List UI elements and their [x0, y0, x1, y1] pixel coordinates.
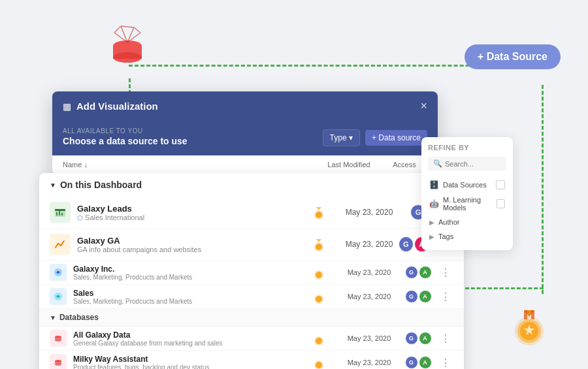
svg-point-36 — [316, 362, 322, 368]
modal-close-button[interactable]: × — [420, 99, 427, 113]
refine-search-input[interactable] — [445, 160, 501, 168]
list-item[interactable]: Galaxy Inc. Sales, Marketing, Prodcucts … — [39, 261, 464, 285]
item-info-milky-way: Milky Way Assistant Product features, bu… — [73, 355, 298, 370]
bar-chart-icon: ▦ — [63, 101, 71, 112]
more-options-button[interactable]: ⋮ — [438, 291, 453, 303]
list-item[interactable]: Sales Sales, Marketing, Prodcucts and Ma… — [39, 285, 464, 309]
refine-search-box[interactable]: 🔍 — [428, 157, 506, 170]
list-item[interactable]: Galaxy Leads ⬡ Sales International May 2… — [39, 197, 464, 229]
svg-rect-42 — [524, 310, 527, 319]
item-icon-galaxy-leads — [50, 202, 71, 223]
medal-icon — [311, 289, 327, 304]
modal-header-left: ▦ Add Visualization — [63, 101, 158, 112]
chevron-down-icon: ▼ — [50, 182, 56, 189]
svg-point-23 — [316, 272, 322, 278]
chevron-down-icon: ▼ — [50, 314, 56, 321]
refine-title: REFINE BY — [428, 144, 506, 152]
item-sub: General Galaxy database from marketing a… — [73, 340, 298, 347]
more-options-button[interactable]: ⋮ — [438, 332, 453, 345]
ml-icon: 🤖 — [429, 199, 439, 208]
svg-point-16 — [316, 212, 322, 218]
search-icon: 🔍 — [433, 159, 442, 168]
svg-point-31 — [316, 338, 322, 344]
item-sub: GA info about campaigns and websites — [77, 246, 298, 253]
item-sub: ⬡ Sales International — [77, 214, 298, 221]
item-name: Galaxy GA — [77, 236, 298, 246]
item-info-galaxy-ga: Galaxy GA GA info about campaigns and we… — [77, 236, 298, 253]
item-avatar-group: G A — [399, 356, 438, 369]
item-name: Galaxy Inc. — [73, 265, 298, 274]
item-name: All Galaxy Data — [73, 330, 298, 340]
dashed-line-v2 — [542, 85, 544, 294]
item-avatar-group: G A — [399, 266, 438, 279]
refine-item-left: 🤖 M. Learning Models — [429, 196, 497, 212]
modal-title: Add Visualization — [76, 101, 158, 112]
refine-item-author[interactable]: ▶ Author — [428, 215, 506, 229]
item-info-galaxy-inc: Galaxy Inc. Sales, Marketing, Prodcucts … — [73, 265, 298, 281]
refine-item-left: 🗄️ Data Sources — [429, 180, 487, 189]
svg-rect-13 — [59, 211, 60, 216]
item-sub: Sales, Marketing, Prodcucts and Markets — [73, 298, 298, 305]
item-icon-galaxy-ga — [50, 234, 71, 255]
dashed-line-h2 — [465, 287, 544, 289]
avatar: G — [405, 356, 418, 369]
refine-by-panel: REFINE BY 🔍 🗄️ Data Sources 🤖 M. Learnin… — [421, 137, 513, 250]
svg-line-7 — [114, 26, 121, 33]
databases-section-title: Databases — [59, 313, 99, 322]
add-visualization-modal: ▦ Add Visualization × ALL AVAILABLE TO Y… — [52, 91, 438, 174]
col-name-header: Name ↓ — [63, 161, 316, 168]
modal-sub-left: ALL AVAILABLE TO YOU Choose a data sourc… — [63, 127, 188, 146]
refine-label: Data Sources — [443, 181, 487, 189]
medal-icon — [311, 204, 327, 220]
medal-icon — [311, 236, 327, 252]
database-icon — [101, 20, 154, 78]
item-date: May 23, 2020 — [340, 293, 399, 300]
dashed-line-h1 — [129, 65, 511, 67]
item-info-all-galaxy: All Galaxy Data General Galaxy database … — [73, 330, 298, 347]
medal-icon — [311, 330, 327, 346]
refine-label: M. Learning Models — [443, 196, 497, 212]
item-sub: Product features, bugs, backlog and dev … — [73, 364, 298, 370]
databases-section-header: ▼ Databases — [39, 309, 464, 327]
refine-label: Tags — [438, 233, 453, 240]
data-source-button[interactable]: + Data Source — [465, 44, 561, 69]
list-item[interactable]: All Galaxy Data General Galaxy database … — [39, 327, 464, 351]
more-options-button[interactable]: ⋮ — [438, 357, 453, 369]
list-item[interactable]: Galaxy GA GA info about campaigns and we… — [39, 229, 464, 261]
item-info-sales: Sales Sales, Marketing, Prodcucts and Ma… — [73, 289, 298, 305]
item-avatar-group: G A — [399, 332, 438, 345]
avatar: A — [419, 266, 432, 279]
refine-checkbox[interactable] — [496, 180, 505, 189]
svg-rect-12 — [56, 212, 57, 216]
refine-item-tags[interactable]: ▶ Tags — [428, 229, 506, 244]
modal-sub-label: ALL AVAILABLE TO YOU — [63, 127, 188, 135]
avatar: G — [405, 332, 418, 345]
avatar: G — [405, 266, 418, 279]
list-item[interactable]: Milky Way Assistant Product features, bu… — [39, 351, 464, 369]
refine-item-ml-models[interactable]: 🤖 M. Learning Models — [428, 193, 506, 215]
refine-item-data-sources[interactable]: 🗄️ Data Sources — [428, 177, 506, 193]
item-sub: Sales, Marketing, Prodcucts and Markets — [73, 274, 298, 281]
svg-line-9 — [134, 27, 140, 33]
item-icon-milky-way — [50, 354, 67, 369]
medal-icon — [311, 265, 327, 280]
refine-checkbox[interactable] — [497, 199, 505, 208]
datasource-list: ▼ On this Dashboard Galaxy Leads ⬡ Sales… — [39, 173, 464, 369]
datasource-filter-button[interactable]: + Data source — [365, 130, 427, 146]
modal-header: ▦ Add Visualization × — [52, 91, 438, 121]
col-modified-header: Last Modified — [316, 161, 382, 168]
svg-marker-17 — [316, 207, 321, 210]
svg-marker-20 — [316, 239, 321, 242]
chevron-right-icon: ▶ — [429, 219, 434, 226]
avatar: A — [419, 290, 432, 303]
svg-rect-14 — [61, 213, 63, 216]
award-icon — [506, 304, 552, 349]
type-filter-button[interactable]: Type ▾ — [323, 129, 360, 146]
item-icon-all-galaxy — [50, 330, 67, 347]
item-date: May 23, 2020 — [340, 240, 399, 249]
dashboard-section-header: ▼ On this Dashboard — [39, 173, 464, 197]
svg-point-19 — [316, 244, 322, 250]
svg-line-8 — [121, 26, 134, 27]
modal-sub-right: Type ▾ + Data source — [323, 129, 427, 146]
more-options-button[interactable]: ⋮ — [438, 266, 453, 279]
